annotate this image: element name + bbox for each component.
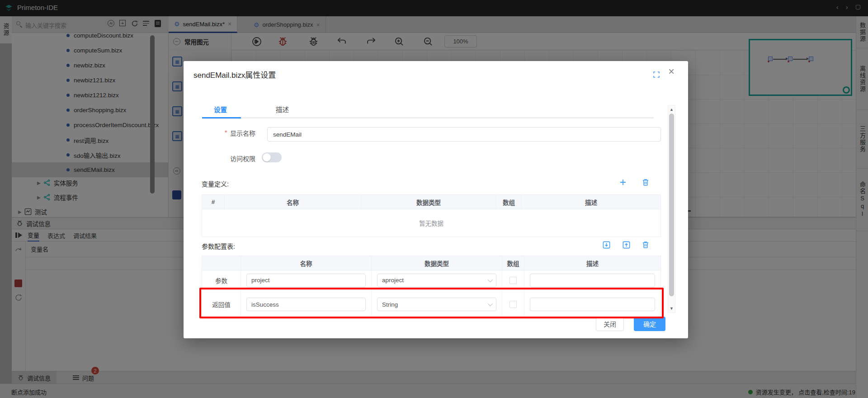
- dialog-tab-settings[interactable]: 设置: [214, 104, 227, 114]
- chevron-down-icon: [488, 301, 493, 306]
- param-description-input[interactable]: [530, 274, 655, 287]
- display-name-input[interactable]: sendEMail: [267, 127, 661, 142]
- access-toggle[interactable]: [262, 152, 282, 162]
- variables-section-label: 变量定义:: [202, 179, 229, 188]
- scrollbar-thumb[interactable]: [669, 114, 674, 296]
- dialog-title: sendEMail.bizx属性设置: [193, 69, 276, 80]
- return-row: 返回值 isSuccess String: [202, 290, 660, 318]
- param-row: 参数 project aproject: [202, 270, 660, 290]
- param-array-checkbox[interactable]: [509, 277, 517, 284]
- params-section-label: 参数配置表:: [202, 242, 235, 251]
- close-button[interactable]: 关闭: [596, 317, 624, 331]
- variables-table-header: # 名称 数据类型 数组 描述: [202, 195, 660, 209]
- export-params-icon[interactable]: [622, 241, 630, 249]
- delete-params-icon[interactable]: [642, 241, 650, 249]
- dialog-tab-description[interactable]: 描述: [276, 104, 289, 114]
- close-icon[interactable]: ×: [668, 66, 675, 77]
- properties-dialog: sendEMail.bizx属性设置 × 设置 描述 * 显示名称 sendEM…: [184, 61, 688, 338]
- active-tab-underline: [202, 117, 241, 118]
- dialog-scrollbar[interactable]: ▲ ▼: [668, 105, 675, 313]
- primeton-ide-window: Primeton-IDE ‹ › ▢ 资源 输入关键字搜索 AI +: [0, 0, 868, 398]
- empty-state-text: 暂无数据: [202, 209, 660, 237]
- display-name-label: 显示名称: [230, 128, 255, 137]
- variables-table: # 名称 数据类型 数组 描述 暂无数据: [202, 194, 661, 237]
- return-description-input[interactable]: [530, 298, 655, 311]
- return-array-checkbox[interactable]: [509, 301, 517, 308]
- scroll-down-icon[interactable]: ▼: [668, 306, 675, 311]
- fullscreen-icon[interactable]: [653, 71, 660, 78]
- chevron-down-icon: [488, 277, 493, 282]
- params-table: 名称 数据类型 数组 描述 参数 project aproject 返回值 is…: [202, 256, 661, 319]
- delete-variable-icon[interactable]: [642, 178, 650, 186]
- return-kind-label: 返回值: [212, 300, 231, 309]
- required-asterisk: *: [225, 129, 227, 136]
- import-params-icon[interactable]: [602, 241, 610, 249]
- return-name-input[interactable]: isSuccess: [246, 298, 366, 311]
- confirm-button[interactable]: 确定: [634, 317, 665, 331]
- param-name-input[interactable]: project: [246, 274, 366, 287]
- return-datatype-select[interactable]: String: [377, 298, 496, 311]
- params-table-header: 名称 数据类型 数组 描述: [202, 256, 660, 270]
- access-label: 访问权限: [230, 154, 255, 163]
- param-kind-label: 参数: [215, 276, 227, 285]
- param-datatype-select[interactable]: aproject: [377, 274, 496, 287]
- add-variable-icon[interactable]: [619, 178, 627, 186]
- scroll-up-icon[interactable]: ▲: [668, 107, 675, 112]
